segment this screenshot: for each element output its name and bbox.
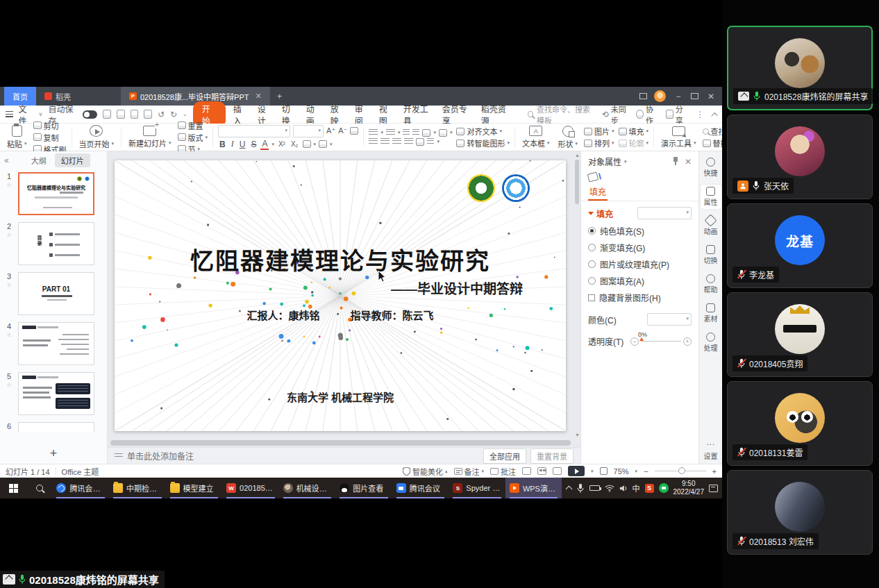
rail-quick[interactable]: 快捷 [701,156,721,180]
sort-icon[interactable] [439,129,447,137]
align-text-button[interactable]: 对齐文本▾ [456,126,510,137]
participant-tile[interactable]: 02018405贲翔 [727,292,873,377]
comments-button[interactable]: 批注 [490,466,516,477]
add-slide-button[interactable]: + [0,443,107,464]
share-button[interactable]: 分享 [666,103,687,126]
slide-advisor[interactable]: 指导教师：陈云飞 [351,308,434,322]
fit-slide-icon[interactable] [600,467,608,475]
slide-thumbnail-2[interactable]: 目录 [18,222,94,265]
action-center-icon[interactable] [709,485,718,492]
scroll-down-icon[interactable]: ▼ [575,432,580,437]
option-pattern-fill[interactable]: 图案填充(A) [588,275,692,287]
slide-thumbnail-4[interactable] [18,322,94,365]
text-direction-icon[interactable] [422,129,430,137]
hamburger-icon[interactable] [6,111,13,117]
slide-thumbnail-1[interactable]: 忆阻器建模理论与实验研究 [18,172,94,215]
taskbar-search-button[interactable] [27,478,53,498]
decrease-indent-icon[interactable] [403,129,410,136]
text-effects-icon[interactable] [303,140,311,148]
option-gradient-fill[interactable]: 渐变填充(G) [588,242,692,253]
rail-animation[interactable]: 动画 [701,214,721,238]
participant-tile[interactable]: 02018513 刘宏伟 [727,470,873,555]
strikethrough-button[interactable]: S [249,140,258,149]
tray-expand-icon[interactable] [565,486,572,493]
clear-format-icon[interactable] [350,127,358,135]
slide-thumbnail-6[interactable] [18,422,94,432]
superscript-button[interactable]: X² [277,140,287,148]
menu-transition[interactable]: 切换 [280,103,299,126]
subscript-button[interactable]: X₂ [290,140,300,148]
rail-help[interactable]: 帮助 [701,272,721,296]
play-options-icon[interactable]: ▾ [591,469,594,474]
print-preview-icon[interactable] [144,110,152,119]
taskbar-app-folder2[interactable]: 模型建立 [166,478,223,498]
theme-name[interactable]: Office 主题 [62,466,99,477]
collab-button[interactable]: 协作 [636,103,658,126]
menu-animation[interactable]: 动画 [304,103,323,126]
print-icon[interactable] [131,110,139,119]
zoom-in-button[interactable]: + [712,467,717,476]
sync-status[interactable]: ⟲未同步 [602,103,628,126]
collapse-panel-icon[interactable]: « [4,156,9,165]
participant-tile[interactable]: 张天依 [727,115,873,199]
paste-button[interactable]: 粘贴▾ [3,125,31,149]
save-icon[interactable] [103,110,111,119]
rail-transition[interactable]: 切换 [701,243,721,267]
tab-slides[interactable]: 幻灯片 [55,153,90,167]
reset-background-button[interactable]: 重置背景 [530,448,574,464]
slide-editor[interactable]: 忆阻器建模理论与实验研究 ——毕业设计中期答辩 汇报人：康炜铭 指导教师：陈云飞… [115,160,566,431]
autosave-toggle[interactable] [83,110,97,119]
font-name-select[interactable] [218,125,290,137]
slide-subtitle[interactable]: ——毕业设计中期答辩 [115,278,523,297]
start-button[interactable] [0,478,27,498]
increase-indent-icon[interactable] [412,129,419,136]
picture-button[interactable]: 图片▾ [584,126,614,137]
slideshow-play-button[interactable] [568,466,585,476]
close-tab-icon[interactable]: ✕ [256,92,262,101]
taskbar-app-meeting1[interactable]: 腾讯会议 - ... [52,478,109,498]
fill-style-dropdown[interactable] [637,207,692,219]
notes-button[interactable]: 备注▾ [454,466,485,477]
participant-tile[interactable]: 02018528康炜铭的屏幕共享 [727,26,873,110]
meeting-tray-icon[interactable] [659,483,669,493]
italic-button[interactable]: I [230,139,235,149]
pin-icon[interactable] [672,157,679,165]
scroll-up-icon[interactable]: ▲ [575,153,580,158]
present-tools-button[interactable]: 演示工具▾ [657,125,701,149]
option-hide-background[interactable]: 隐藏背景图形(H) [588,292,692,303]
zoom-value[interactable]: 75% [614,467,629,476]
view-reading-icon[interactable] [553,467,562,475]
rail-process[interactable]: 处理 [701,330,721,355]
option-solid-fill[interactable]: 纯色填充(S) [588,225,692,237]
battery-icon[interactable] [589,485,600,491]
participant-tile[interactable]: 龙基 李龙基 [727,203,873,288]
zoom-knob[interactable] [678,467,685,474]
taskbar-app-imageviewer[interactable]: 图片查看 [335,478,392,498]
font-size-select[interactable] [293,125,324,137]
taskbar-clock[interactable]: 9:502022/4/27 [673,480,705,497]
account-avatar[interactable] [654,90,666,102]
menu-review[interactable]: 审阅 [353,103,371,126]
increase-font-icon[interactable]: A⁺ [326,126,335,135]
horizontal-scrollbar[interactable] [108,439,580,447]
menu-devtools[interactable]: 开发工具 [401,103,435,126]
command-search[interactable]: 查找命令、搜索模板 [528,103,596,126]
apply-all-button[interactable]: 全部应用 [483,448,526,464]
cut-button[interactable]: 剪切 [33,120,67,131]
slide-title[interactable]: 忆阻器建模理论与实验研究 [115,242,566,276]
more-commands-icon[interactable]: ⌄ [183,111,187,117]
justify-icon[interactable] [404,138,413,145]
smart-graphic-button[interactable]: 转智能图形▾ [456,137,510,149]
export-icon[interactable] [117,110,125,119]
menu-slideshow[interactable]: 放映 [328,103,347,126]
minimize-button[interactable]: − [673,92,684,101]
participant-tile[interactable]: 02018131姜雷 [727,381,873,466]
outline-button[interactable]: 轮廓▾ [619,137,649,149]
redo-icon[interactable]: ↻ [170,110,177,119]
props-tab-fill[interactable]: 填充 [588,183,608,201]
more-menu-icon[interactable]: ⋮ [696,110,704,119]
align-center-icon[interactable] [380,138,390,145]
arrange-button[interactable]: 排列▾ [584,137,614,149]
columns-icon[interactable] [416,138,424,146]
close-panel-icon[interactable]: ✕ [685,157,692,167]
